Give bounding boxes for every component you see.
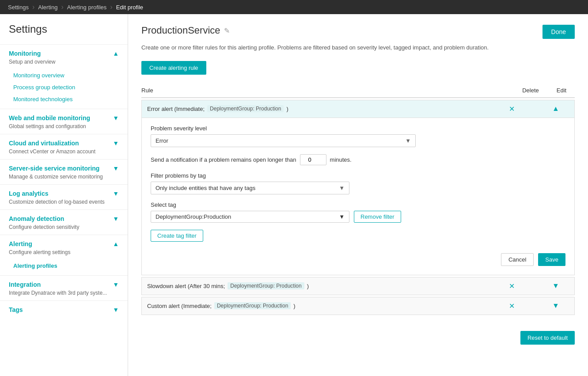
- sidebar-monitoring-items: Monitoring overview Process group detect…: [0, 69, 128, 109]
- sidebar-section-integration-header[interactable]: Integration ▼: [0, 276, 128, 290]
- breadcrumb-settings[interactable]: Settings: [5, 4, 31, 11]
- main-content: ProductionService ✎ Done Create one or m…: [128, 14, 588, 376]
- sidebar-section-server-header[interactable]: Server-side service monitoring ▼: [0, 160, 128, 174]
- sidebar-section-log-title: Log analytics: [9, 190, 48, 197]
- alert-rule-3-tag: DeploymentGroup: Production: [214, 302, 291, 309]
- sidebar-section-monitoring-header[interactable]: Monitoring ▲: [0, 45, 128, 59]
- alert-rule-2-header[interactable]: Slowdown alert (After 30 mins; Deploymen…: [142, 277, 574, 295]
- filter-tag-value: Only include entities that have any tags: [156, 185, 255, 191]
- notification-minutes-input[interactable]: [300, 154, 326, 165]
- alert-rule-1-body: Problem severity level Error ▼ Send a no…: [142, 118, 574, 275]
- alerting-chevron-icon: ▲: [113, 240, 119, 247]
- sidebar-section-tags-header[interactable]: Tags ▼: [0, 301, 128, 315]
- sidebar-section-anomaly-subtitle: Configure detection sensitivity: [0, 224, 128, 235]
- notification-row: Send a notification if a problem remains…: [151, 154, 565, 165]
- alert-rule-1-expand-icon[interactable]: ▲: [542, 105, 569, 113]
- log-chevron-icon: ▼: [113, 190, 119, 197]
- sidebar-section-monitoring: Monitoring ▲ Setup and overview Monitori…: [0, 44, 128, 109]
- reset-row: Reset to default: [141, 324, 575, 345]
- alert-rule-1: Error alert (Immediate; DeploymentGroup:…: [141, 100, 575, 275]
- remove-filter-button[interactable]: Remove filter: [354, 211, 401, 223]
- sidebar-section-integration-subtitle: Integrate Dynatrace with 3rd party syste…: [0, 290, 128, 300]
- filter-tag-chevron-icon: ▼: [339, 185, 345, 191]
- sidebar-section-web-mobile-title: Web and mobile monitoring: [9, 114, 90, 122]
- severity-label: Problem severity level: [151, 125, 565, 132]
- alert-rule-2-expand-icon[interactable]: ▼: [542, 282, 569, 290]
- tag-select-chevron-icon: ▼: [339, 213, 345, 220]
- page-title: ProductionService ✎: [141, 25, 230, 36]
- tags-chevron-icon: ▼: [113, 306, 119, 313]
- alert-rule-3-expand-icon[interactable]: ▼: [542, 302, 569, 310]
- sidebar-section-alerting: Alerting ▲ Configure alerting settings A…: [0, 235, 128, 275]
- filter-tag-select[interactable]: Only include entities that have any tags…: [151, 182, 349, 194]
- alert-rule-1-header[interactable]: Error alert (Immediate; DeploymentGroup:…: [142, 100, 574, 118]
- filter-tag-group: Filter problems by tag Only include enti…: [151, 172, 565, 194]
- tag-select-value: DeploymentGroup:Production: [156, 213, 231, 220]
- sidebar-section-web-mobile-header[interactable]: Web and mobile monitoring ▼: [0, 109, 128, 123]
- cancel-button[interactable]: Cancel: [501, 253, 534, 266]
- sidebar-section-web-mobile: Web and mobile monitoring ▼ Global setti…: [0, 109, 128, 134]
- breadcrumb-alerting[interactable]: Alerting: [35, 4, 60, 11]
- done-button[interactable]: Done: [542, 25, 575, 39]
- sidebar-section-monitoring-title: Monitoring: [9, 50, 41, 57]
- breadcrumb-edit-profile: Edit profile: [114, 4, 146, 11]
- sidebar-section-log: Log analytics ▼ Customize detection of l…: [0, 184, 128, 209]
- page-title-text: ProductionService: [141, 25, 220, 36]
- alert-rule-1-tag: DeploymentGroup: Production: [207, 105, 284, 112]
- table-header-edit: Edit: [548, 87, 575, 94]
- alert-rule-2-title-text: Slowdown alert (After 30 mins;: [147, 283, 225, 289]
- sidebar-section-anomaly-title: Anomaly detection: [9, 215, 64, 222]
- tag-select[interactable]: DeploymentGroup:Production ▼: [151, 211, 349, 223]
- filter-tag-label: Filter problems by tag: [151, 172, 565, 179]
- breadcrumb-sep-3: ›: [110, 3, 112, 11]
- alert-rule-3-title-text: Custom alert (Immediate;: [147, 303, 212, 309]
- sidebar-item-process-group[interactable]: Process group detection: [0, 81, 128, 93]
- breadcrumb-sep-1: ›: [32, 3, 34, 11]
- alert-rule-1-delete-icon[interactable]: ✕: [498, 105, 525, 113]
- sidebar-item-alerting-profiles[interactable]: Alerting profiles: [0, 260, 128, 272]
- alert-rule-3-delete-icon[interactable]: ✕: [498, 302, 525, 310]
- sidebar-section-alerting-subtitle: Configure alerting settings: [0, 249, 128, 260]
- breadcrumb: Settings › Alerting › Alerting profiles …: [0, 0, 588, 14]
- breadcrumb-sep-2: ›: [61, 3, 63, 11]
- sidebar-section-alerting-header[interactable]: Alerting ▲: [0, 235, 128, 249]
- breadcrumb-alerting-profiles[interactable]: Alerting profiles: [64, 4, 110, 11]
- sidebar-section-cloud-subtitle: Connect vCenter or Amazon account: [0, 148, 128, 159]
- monitoring-chevron-icon: ▲: [113, 50, 119, 57]
- alert-rule-2-tag: DeploymentGroup: Production: [228, 282, 304, 289]
- sidebar-item-monitoring-overview[interactable]: Monitoring overview: [0, 69, 128, 81]
- select-tag-group: Select tag DeploymentGroup:Production ▼ …: [151, 201, 565, 223]
- alert-rule-3: Custom alert (Immediate; DeploymentGroup…: [141, 297, 575, 315]
- alert-rule-1-actions: ✕ ▲: [498, 105, 569, 113]
- create-tag-filter-button[interactable]: Create tag filter: [151, 230, 203, 242]
- sidebar-section-cloud-header[interactable]: Cloud and virtualization ▼: [0, 134, 128, 148]
- alert-rule-1-suffix: ): [286, 106, 288, 112]
- sidebar-section-server-title: Server-side service monitoring: [9, 165, 99, 172]
- sidebar-title: Settings: [0, 23, 128, 44]
- edit-title-icon[interactable]: ✎: [224, 27, 230, 35]
- tag-row: DeploymentGroup:Production ▼ Remove filt…: [151, 211, 565, 223]
- reset-default-button[interactable]: Reset to default: [520, 331, 575, 345]
- anomaly-chevron-icon: ▼: [113, 215, 119, 222]
- sidebar-section-tags-title: Tags: [9, 306, 23, 313]
- sidebar-section-log-header[interactable]: Log analytics ▼: [0, 185, 128, 199]
- notification-text-before: Send a notification if a problem remains…: [151, 156, 296, 163]
- alert-rule-2-delete-icon[interactable]: ✕: [498, 282, 525, 290]
- alert-rule-3-title: Custom alert (Immediate; DeploymentGroup…: [147, 302, 498, 309]
- sidebar-item-monitored-technologies[interactable]: Monitored technologies: [0, 93, 128, 105]
- notification-text-after: minutes.: [330, 156, 352, 163]
- create-alerting-rule-button[interactable]: Create alerting rule: [141, 61, 206, 75]
- sidebar-section-anomaly-header[interactable]: Anomaly detection ▼: [0, 210, 128, 224]
- alert-rule-2-actions: ✕ ▼: [498, 282, 569, 290]
- severity-select[interactable]: Error ▼: [151, 134, 416, 147]
- page-title-row: ProductionService ✎ Done: [141, 25, 575, 39]
- severity-group: Problem severity level Error ▼: [151, 125, 565, 147]
- web-mobile-chevron-icon: ▼: [113, 114, 119, 122]
- sidebar-section-integration-title: Integration: [9, 281, 41, 288]
- alert-rule-1-title: Error alert (Immediate; DeploymentGroup:…: [147, 105, 498, 112]
- select-tag-label: Select tag: [151, 201, 565, 208]
- save-button[interactable]: Save: [538, 253, 565, 266]
- sidebar-section-alerting-title: Alerting: [9, 240, 32, 247]
- alert-rule-2-title: Slowdown alert (After 30 mins; Deploymen…: [147, 282, 498, 289]
- alert-rule-3-header[interactable]: Custom alert (Immediate; DeploymentGroup…: [142, 297, 574, 315]
